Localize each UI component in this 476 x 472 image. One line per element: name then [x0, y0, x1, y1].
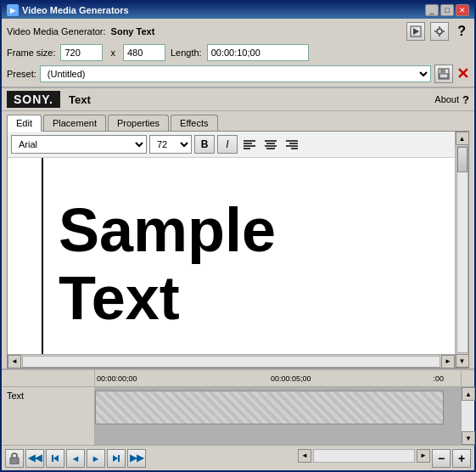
- canvas-area: Sample Text ◄ ►: [8, 158, 455, 368]
- about-link[interactable]: About: [434, 94, 459, 104]
- svg-rect-22: [10, 458, 19, 464]
- timeline-scroll-v: ▲ ▼: [461, 387, 474, 445]
- svg-marker-1: [413, 28, 419, 35]
- tab-effects[interactable]: Effects: [171, 115, 217, 131]
- sample-text: Sample Text: [59, 197, 276, 331]
- nav-right-button[interactable]: ►: [87, 449, 105, 468]
- scroll-down-button[interactable]: ▼: [456, 354, 469, 368]
- horizontal-scrollbar: ◄ ►: [8, 354, 455, 368]
- align-right-button[interactable]: [283, 135, 301, 154]
- floppy-icon: [438, 68, 450, 80]
- preset-select[interactable]: (Untitled): [40, 65, 431, 82]
- preset-row: Preset: (Untitled) ✕: [7, 65, 469, 83]
- ruler-mark-start: 00:00:00;00: [97, 374, 137, 383]
- toolbar-row: Arial 72 B I: [8, 132, 455, 158]
- minimize-button[interactable]: _: [425, 4, 439, 16]
- align-left-icon: [243, 138, 256, 150]
- preset-label: Preset:: [7, 69, 36, 79]
- top-form: Video Media Generator: Sony Text: [2, 19, 474, 87]
- scroll-v-track[interactable]: [456, 146, 468, 353]
- settings-icon: [434, 25, 445, 37]
- scroll-h-track[interactable]: [22, 356, 440, 368]
- timeline-scroll-track[interactable]: [462, 401, 474, 431]
- editor-inner: Arial 72 B I: [8, 132, 455, 368]
- lock-button[interactable]: [5, 449, 24, 468]
- title-bar-controls: _ □ ✕: [425, 4, 469, 16]
- title-bar-left: ▶ Video Media Generators: [7, 4, 129, 16]
- align-center-button[interactable]: [261, 135, 280, 154]
- timeline-scroll-left[interactable]: ◄: [298, 449, 311, 463]
- preset-save-button[interactable]: [434, 65, 453, 83]
- svg-marker-23: [53, 455, 59, 462]
- preset-delete-button[interactable]: ✕: [456, 66, 469, 81]
- title-bar: ▶ Video Media Generators _ □ ✕: [2, 2, 474, 19]
- scroll-thumb[interactable]: [457, 147, 468, 172]
- scroll-up-button[interactable]: ▲: [456, 132, 469, 145]
- timeline-scroll-up[interactable]: ▲: [462, 387, 475, 401]
- svg-rect-26: [118, 455, 120, 462]
- size-select[interactable]: 72: [149, 135, 192, 154]
- ruler-left-spacer: [2, 370, 95, 386]
- help-question-button[interactable]: ?: [454, 24, 469, 39]
- sample-line2: Text: [59, 264, 180, 332]
- sample-text-container: Sample Text: [8, 180, 276, 331]
- font-select[interactable]: Arial: [11, 135, 147, 154]
- go-start-button[interactable]: ◀◀: [25, 449, 44, 468]
- prev-frame-icon: [50, 453, 60, 464]
- scroll-left-button[interactable]: ◄: [8, 355, 21, 368]
- bold-button[interactable]: B: [194, 135, 215, 154]
- svg-rect-24: [52, 455, 53, 462]
- length-label: Length:: [171, 48, 202, 58]
- timeline-zoom-plus[interactable]: +: [452, 449, 471, 468]
- go-end-button[interactable]: ▶▶: [127, 449, 146, 468]
- ruler-mark-end: :00: [433, 374, 444, 383]
- app-icon: ▶: [7, 4, 19, 16]
- frame-height-input[interactable]: [123, 44, 165, 61]
- tab-bar: Edit Placement Properties Effects: [2, 111, 474, 131]
- timeline-track-bar[interactable]: [95, 391, 444, 424]
- maximize-button[interactable]: □: [440, 4, 454, 16]
- timeline-tracks-row: Text ▲ ▼: [2, 387, 474, 445]
- cursor-line: [42, 158, 43, 354]
- frame-size-row: Frame size: x Length:: [7, 44, 469, 61]
- tab-properties[interactable]: Properties: [108, 115, 169, 131]
- timeline-bottom-scroll: ◄ ► − +: [298, 449, 471, 468]
- sample-line1: Sample: [59, 196, 276, 264]
- window-title: Video Media Generators: [22, 5, 129, 15]
- nav-left-button[interactable]: ◄: [66, 449, 85, 468]
- timeline-scroll-down[interactable]: ▼: [462, 431, 475, 445]
- lock-icon: [9, 452, 20, 464]
- timeline-label-col: Text: [2, 387, 95, 445]
- timeline-area: 00:00:00;00 00:00:05;00 :00 Text ▲: [2, 368, 474, 470]
- timeline-tracks[interactable]: [95, 387, 461, 445]
- tab-edit[interactable]: Edit: [7, 115, 42, 132]
- vertical-scrollbar: ▲ ▼: [455, 132, 468, 368]
- length-input[interactable]: [207, 44, 309, 61]
- align-left-button[interactable]: [240, 135, 259, 154]
- sony-bar: SONY. Text About ?: [2, 87, 474, 111]
- frame-width-input[interactable]: [60, 44, 103, 61]
- svg-rect-8: [440, 69, 445, 73]
- timeline-zoom-minus[interactable]: −: [432, 449, 451, 468]
- next-frame-button[interactable]: [107, 449, 126, 468]
- main-content: Edit Placement Properties Effects Arial …: [2, 111, 474, 470]
- render-icon-button[interactable]: [406, 22, 425, 41]
- ruler-scroll-spacer: [461, 370, 474, 386]
- timeline-track-label: Text: [7, 391, 24, 401]
- tab-placement[interactable]: Placement: [43, 115, 106, 131]
- timeline-scroll-right[interactable]: ►: [417, 449, 430, 463]
- svg-point-2: [437, 29, 442, 34]
- prev-frame-button[interactable]: [46, 449, 64, 468]
- x-separator: x: [108, 48, 118, 58]
- settings-icon-button[interactable]: [430, 22, 449, 41]
- bottom-controls: ◀◀ ◄ ► ▶▶: [2, 445, 474, 470]
- italic-button[interactable]: I: [217, 135, 238, 154]
- timeline-h-scroll-track[interactable]: [313, 449, 415, 463]
- product-label: Text: [69, 93, 434, 106]
- help-button[interactable]: ?: [462, 93, 469, 106]
- svg-marker-25: [113, 455, 118, 462]
- generator-row: Video Media Generator: Sony Text: [7, 22, 469, 41]
- text-canvas[interactable]: Sample Text: [8, 158, 455, 354]
- close-button[interactable]: ✕: [456, 4, 469, 16]
- scroll-right-button[interactable]: ►: [441, 355, 455, 368]
